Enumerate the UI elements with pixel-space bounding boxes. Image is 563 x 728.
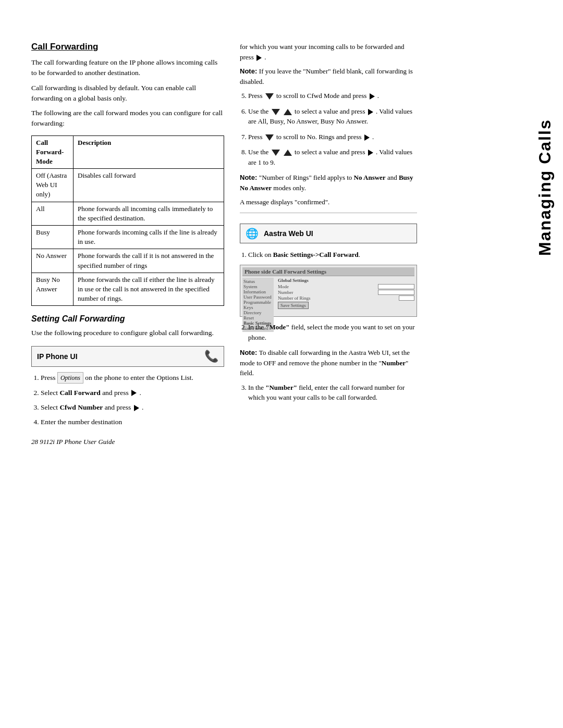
ip-phone-label: IP Phone UI — [37, 352, 78, 361]
aastra-label: Aastra Web UI — [264, 229, 313, 238]
left-column: Call Forwarding The call forwarding feat… — [31, 42, 224, 686]
footer-text: 28 9112i IP Phone User Guide — [31, 438, 115, 446]
arrow-right-icon — [368, 150, 373, 156]
table-row: All Phone forwards all incoming calls im… — [32, 202, 224, 225]
options-button: Options — [57, 372, 83, 384]
forward-table: Call Forward- Mode Description Off (Aast… — [31, 135, 224, 306]
table-cell-mode: Busy — [32, 226, 74, 249]
section-divider — [240, 213, 417, 213]
step1-text-after: on the phone to enter the Options List. — [85, 374, 193, 381]
aastra-step-2: In the "Mode" field, select the mode you… — [248, 322, 417, 342]
table-row: Off (Aastra Web UI only) Disables call f… — [32, 169, 224, 202]
right-column: for which you want your incoming calls t… — [240, 42, 417, 686]
aastra-steps-continued: In the "Mode" field, select the mode you… — [240, 322, 417, 342]
table-cell-mode: No Answer — [32, 249, 74, 273]
step1-text-before: Press — [41, 374, 56, 381]
arrow-down-icon — [265, 93, 274, 100]
table-cell-mode: All — [32, 202, 74, 225]
confirmed-text: A message displays "confirmed". — [240, 197, 417, 207]
step-8: Use the to select a value and press . Va… — [248, 147, 417, 167]
arrow-down-icon — [272, 109, 280, 115]
save-settings-button[interactable]: Save Settings — [278, 302, 309, 309]
arrow-right-icon — [364, 134, 370, 141]
arrow-down-icon — [265, 134, 274, 141]
step-5: Press to scroll to Cfwd Mode and press . — [248, 91, 417, 101]
table-cell-desc: Phone forwards the call if either the li… — [74, 273, 224, 306]
aastra-step-1: Click on Basic Settings->Call Forward. — [248, 250, 417, 260]
step3-end: . — [142, 403, 143, 411]
table-header-mode: Call Forward- Mode — [32, 135, 74, 169]
para2: Call forwarding is disabled by default. … — [31, 83, 224, 104]
note2: Note: "Number of Rings" field applys to … — [240, 172, 417, 193]
table-cell-desc: Phone forwards all incoming calls immedi… — [74, 202, 224, 225]
mock-header: Phone side Call Forward Settings — [242, 267, 414, 276]
note3-label: Note: — [240, 349, 259, 356]
step-4: Enter the number destination — [41, 417, 224, 427]
subsection-intro: Use the following procedure to configure… — [31, 328, 224, 338]
table-row: Busy Phone forwards incoming calls if th… — [32, 226, 224, 249]
arrow-right-icon — [256, 55, 262, 61]
note1-text: If you leave the "Number" field blank, c… — [240, 67, 413, 85]
phone-icon: 📞 — [204, 350, 218, 363]
table-cell-desc: Phone forwards the call if it is not ans… — [74, 249, 224, 273]
arrow-right-icon — [370, 93, 375, 100]
right-steps: Press to scroll to Cfwd Mode and press .… — [240, 91, 417, 167]
note1: Note: If you leave the "Number" field bl… — [240, 66, 417, 87]
table-cell-desc: Phone forwards incoming calls if the lin… — [74, 226, 224, 249]
sidebar-title: Managing Calls — [527, 83, 563, 292]
arrow-up-icon — [284, 109, 292, 115]
section-title: Call Forwarding — [31, 42, 224, 52]
globe-icon: 🌐 — [246, 227, 259, 240]
aastra-web-ui-box: 🌐 Aastra Web UI — [240, 224, 417, 243]
ip-phone-steps: Press Options on the phone to enter the … — [31, 372, 224, 428]
table-header-description: Description — [74, 135, 224, 169]
note1-label: Note: — [240, 67, 259, 75]
screenshot-mock: Phone side Call Forward Settings Status … — [240, 265, 417, 317]
aastra-step-3: In the "Number" field, enter the call fo… — [248, 382, 417, 403]
step-6: Use the to select a value and press . Va… — [248, 106, 417, 127]
page-footer: 28 9112i IP Phone User Guide — [31, 438, 224, 446]
arrow-up-icon — [284, 150, 292, 156]
note3: Note: To disable call forwarding in the … — [240, 348, 417, 378]
subsection-title: Setting Call Forwarding — [31, 314, 224, 324]
arrow-right-icon — [134, 405, 139, 411]
para3: The following are the call forward modes… — [31, 108, 224, 129]
ip-phone-ui-box: IP Phone UI 📞 — [31, 346, 224, 367]
step-2: Select Call Forward and press . — [41, 388, 224, 398]
step4-text: Enter the number destination — [41, 418, 122, 426]
main-content: Call Forwarding The call forwarding feat… — [0, 31, 527, 697]
arrow-down-icon — [272, 150, 280, 156]
table-row: No Answer Phone forwards the call if it … — [32, 249, 224, 273]
continued-text: for which you want your incoming calls t… — [240, 42, 417, 62]
step2-end: . — [140, 389, 141, 397]
step3-text: Select Cfwd Number and press — [41, 403, 131, 411]
step-7: Press to scroll to No. Rings and press . — [248, 132, 417, 142]
arrow-right-icon — [368, 109, 373, 115]
aastra-steps-3: In the "Number" field, enter the call fo… — [240, 382, 417, 403]
table-row: Busy No Answer Phone forwards the call i… — [32, 273, 224, 306]
note2-label: Note: — [240, 174, 259, 181]
step2-text: Select Call Forward and press — [41, 389, 129, 397]
step-3: Select Cfwd Number and press . — [41, 402, 224, 413]
table-cell-desc: Disables call forward — [74, 169, 224, 202]
step-1: Press Options on the phone to enter the … — [41, 372, 224, 384]
para1: The call forwarding feature on the IP ph… — [31, 57, 224, 79]
table-cell-mode: Off (Aastra Web UI only) — [32, 169, 74, 202]
page-container: Call Forwarding The call forwarding feat… — [0, 0, 563, 728]
table-cell-mode: Busy No Answer — [32, 273, 74, 306]
aastra-steps: Click on Basic Settings->Call Forward. — [240, 250, 417, 260]
arrow-right-icon — [131, 390, 137, 396]
